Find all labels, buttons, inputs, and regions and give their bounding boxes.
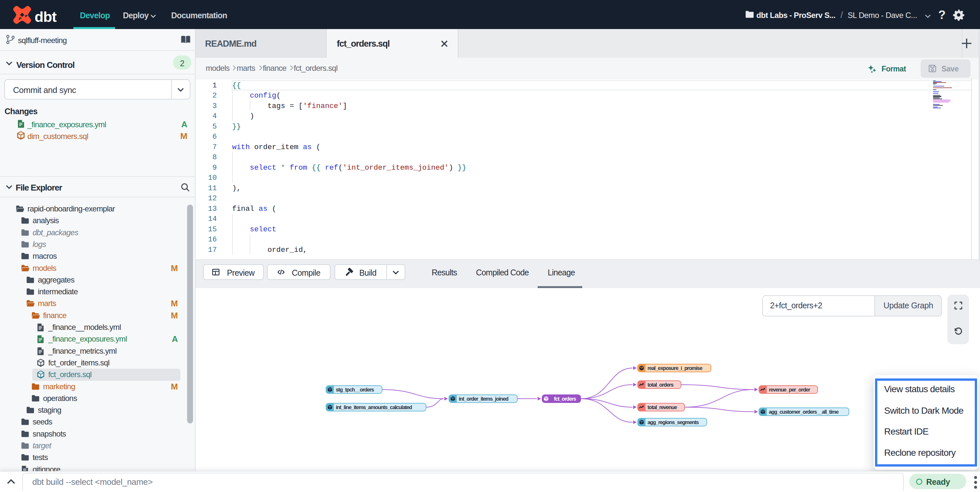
svg-text:total_orders: total_orders [648, 382, 673, 388]
svg-text:agg_customer_orders__all_time: agg_customer_orders__all_time [769, 409, 839, 415]
svg-text:total_revenue: total_revenue [648, 404, 677, 410]
svg-text:fct_orders: fct_orders [554, 396, 576, 402]
svg-text:real_exposure_i_promise: real_exposure_i_promise [648, 366, 703, 371]
svg-text:stg_tpch__orders: stg_tpch__orders [336, 387, 374, 393]
svg-text:int_line_items_amounts_calcula: int_line_items_amounts_calculated [336, 404, 412, 410]
svg-text:revenue_per_order: revenue_per_order [769, 387, 810, 393]
svg-text:agg_regions_segments: agg_regions_segments [648, 420, 699, 425]
svg-text:int_order_items_joined: int_order_items_joined [459, 396, 508, 402]
